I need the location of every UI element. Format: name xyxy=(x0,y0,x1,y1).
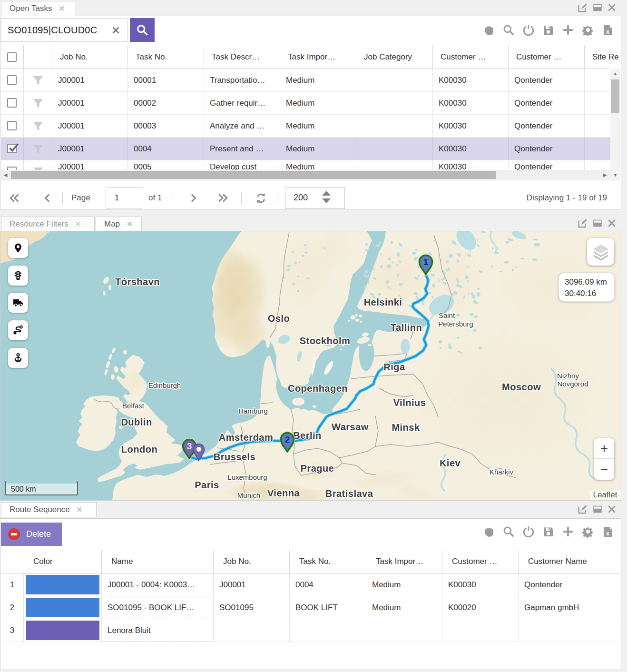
svg-text:Petersburg: Petersburg xyxy=(438,320,473,328)
svg-text:Novgorod: Novgorod xyxy=(557,380,588,388)
svg-text:London: London xyxy=(121,444,157,455)
svg-text:Tórshavn: Tórshavn xyxy=(115,277,160,287)
svg-text:3: 3 xyxy=(187,441,192,451)
svg-text:Tallinn: Tallinn xyxy=(391,322,422,333)
svg-text:Edinburgh: Edinburgh xyxy=(148,381,181,389)
svg-text:Kiev: Kiev xyxy=(440,458,461,468)
svg-text:Riga: Riga xyxy=(383,362,405,372)
svg-text:Vienna: Vienna xyxy=(267,488,300,498)
svg-text:Amsterdam: Amsterdam xyxy=(219,432,274,443)
svg-text:Hamburg: Hamburg xyxy=(238,407,268,415)
svg-text:Kharkiv: Kharkiv xyxy=(490,468,514,476)
svg-text:Prague: Prague xyxy=(301,463,334,474)
svg-text:Luxembourg: Luxembourg xyxy=(227,473,267,481)
svg-text:Stockholm: Stockholm xyxy=(300,336,351,346)
svg-text:Paris: Paris xyxy=(195,480,219,490)
svg-text:2: 2 xyxy=(285,435,290,445)
svg-text:Copenhagen: Copenhagen xyxy=(288,383,348,394)
svg-text:Brussels: Brussels xyxy=(214,452,256,462)
svg-text:Dublin: Dublin xyxy=(121,417,152,427)
svg-text:Vilnius: Vilnius xyxy=(393,397,426,408)
svg-text:Helsinki: Helsinki xyxy=(364,297,402,307)
svg-text:Warsaw: Warsaw xyxy=(332,422,369,432)
svg-text:Munich: Munich xyxy=(237,491,260,499)
svg-text:x: x xyxy=(606,530,609,536)
svg-text:1: 1 xyxy=(423,257,429,267)
svg-text:Saint: Saint xyxy=(439,311,455,319)
svg-text:Minsk: Minsk xyxy=(392,422,420,433)
svg-text:Moscow: Moscow xyxy=(502,382,541,392)
svg-text:Oslo: Oslo xyxy=(268,313,290,324)
svg-text:Belfast: Belfast xyxy=(122,402,145,410)
svg-text:Nizhny: Nizhny xyxy=(557,372,579,380)
svg-text:Bratislava: Bratislava xyxy=(325,488,373,499)
svg-text:x: x xyxy=(606,28,609,35)
svg-text:Berlin: Berlin xyxy=(293,430,322,441)
